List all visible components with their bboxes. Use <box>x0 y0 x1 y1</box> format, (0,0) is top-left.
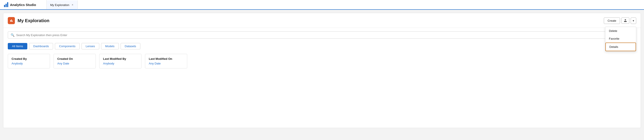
svg-rect-3 <box>12 21 13 22</box>
page-title-area: My Exploration <box>8 17 49 24</box>
tab-dashboards[interactable]: Dashboards <box>29 43 53 49</box>
svg-rect-6 <box>624 21 627 22</box>
content-header: My Exploration Create ▾ <box>3 13 641 28</box>
filter-last-modified-by-value: Anybody <box>103 62 137 65</box>
dropdown-item-details[interactable]: Details <box>605 42 636 51</box>
filter-created-by-value: Anybody <box>12 62 45 65</box>
filter-tabs: All Items Dashboards Components Lenses M… <box>3 41 641 52</box>
filter-card-created-on[interactable]: Created On Any Date <box>54 54 96 68</box>
svg-rect-4 <box>624 21 627 21</box>
filter-card-created-by[interactable]: Created By Anybody <box>8 54 50 68</box>
filter-last-modified-by-title: Last Modified By <box>103 57 137 60</box>
header-actions: Create ▾ <box>604 17 636 24</box>
filter-created-on-value: Any Date <box>57 62 91 65</box>
page-title: My Exploration <box>18 18 49 23</box>
brand-label: Analytics Studio <box>10 3 36 7</box>
tab-all-items[interactable]: All Items <box>8 43 27 49</box>
export-icon <box>624 19 627 22</box>
create-button[interactable]: Create <box>604 17 620 24</box>
search-input-wrap: 🔍 <box>8 31 636 38</box>
analytics-icon <box>4 2 8 7</box>
filter-cards: Created By Anybody Created On Any Date L… <box>3 52 641 73</box>
tab-lenses[interactable]: Lenses <box>82 43 99 49</box>
filter-card-last-modified-by[interactable]: Last Modified By Anybody <box>99 54 142 68</box>
app-icon <box>8 17 15 24</box>
export-button[interactable] <box>621 17 629 24</box>
search-icon: 🔍 <box>11 33 14 37</box>
nav-tab-label: My Exploration <box>50 3 69 7</box>
dropdown-menu: Delete Favorite Details <box>605 27 636 51</box>
svg-rect-2 <box>11 19 12 22</box>
filter-last-modified-on-title: Last Modified On <box>149 57 182 60</box>
main-container: My Exploration Create ▾ Delete Favorite … <box>3 13 641 128</box>
svg-rect-1 <box>10 20 11 22</box>
dropdown-item-favorite[interactable]: Favorite <box>605 35 636 42</box>
search-area: 🔍 <box>3 28 641 41</box>
nav-brand: Analytics Studio <box>0 0 47 9</box>
tab-models[interactable]: Models <box>101 43 119 49</box>
dropdown-item-delete[interactable]: Delete <box>605 27 636 35</box>
filter-created-by-title: Created By <box>12 57 45 60</box>
nav-tab-close[interactable]: × <box>71 3 74 7</box>
filter-card-last-modified-on[interactable]: Last Modified On Any Date <box>145 54 187 68</box>
filter-last-modified-on-value: Any Date <box>149 62 182 65</box>
nav-tab-exploration[interactable]: My Exploration × <box>47 0 78 10</box>
search-input[interactable] <box>16 33 633 37</box>
tab-components[interactable]: Components <box>55 43 80 49</box>
more-actions-button[interactable]: ▾ <box>631 17 636 24</box>
top-nav: Analytics Studio My Exploration × <box>0 0 644 10</box>
filter-created-on-title: Created On <box>57 57 91 60</box>
tab-datasets[interactable]: Datasets <box>120 43 140 49</box>
